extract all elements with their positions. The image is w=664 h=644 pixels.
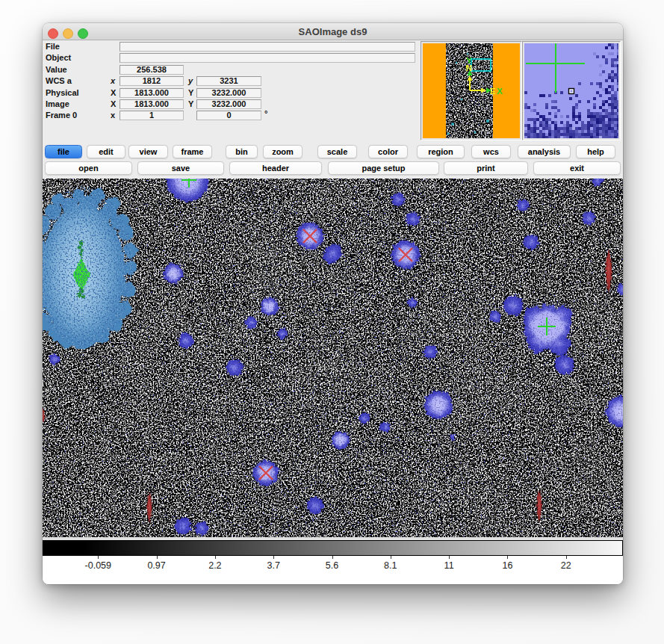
menu-button-save[interactable]: save: [137, 161, 224, 175]
wcs-a-y-label: y: [188, 76, 193, 85]
menu-row-2: opensaveheaderpage setupprintexit: [43, 161, 623, 175]
colorbar-tick-label: 2.2: [208, 560, 221, 571]
colorbar-gradient[interactable]: [43, 540, 623, 556]
ds9-window: SAOImage ds9 FileObjectValue256.538WCS a…: [43, 23, 623, 584]
colorbar-tick: [507, 556, 508, 559]
compass-n-label: N: [466, 64, 472, 72]
image-x-field[interactable]: 1813.000: [120, 99, 184, 109]
menu-button-print[interactable]: print: [444, 161, 528, 175]
window-title: SAOImage ds9: [43, 23, 623, 40]
physical-y-label: Y: [188, 88, 193, 97]
magnifier-view: [524, 43, 618, 138]
colorbar-tick: [391, 556, 391, 559]
colorbar-tick-label: 11: [444, 560, 454, 571]
menu-button-region[interactable]: region: [417, 145, 465, 158]
magnifier-panel[interactable]: [522, 41, 621, 140]
colorbar-area: -0.0590.972.23.75.68.1111622: [43, 537, 623, 584]
panner-view: YNEX: [423, 43, 520, 138]
wcs-a-x-field[interactable]: 1812: [120, 76, 184, 86]
info-label-frame-0: Frame 0: [46, 111, 77, 120]
image-y-field[interactable]: 3232.000: [196, 99, 261, 109]
colorbar-tick-label: 8.1: [384, 560, 397, 571]
info-label-image: Image: [46, 99, 69, 108]
compass-x-label: X: [497, 87, 503, 96]
compass-e-label: E: [490, 87, 496, 96]
colorbar-tick-label: 3.7: [267, 560, 279, 571]
menu-button-exit[interactable]: exit: [533, 161, 621, 175]
colorbar-tick-label: 5.6: [326, 560, 338, 571]
colorbar-tick: [157, 556, 158, 559]
menu-button-color[interactable]: color: [368, 145, 408, 158]
degree-symbol: °: [264, 109, 267, 118]
menu-button-wcs[interactable]: wcs: [471, 145, 511, 158]
menu-button-edit[interactable]: edit: [87, 145, 125, 158]
colorbar-tick-label: 0.97: [147, 560, 165, 571]
menu-button-view[interactable]: view: [128, 145, 168, 158]
frame-0-x-field[interactable]: 1: [120, 111, 184, 120]
frame-0-x-label: x: [111, 111, 115, 120]
file-field[interactable]: [120, 42, 415, 52]
desktop-background: SAOImage ds9 FileObjectValue256.538WCS a…: [0, 0, 664, 644]
info-label-object: Object: [46, 53, 71, 62]
wcs-a-y-field[interactable]: 3231: [196, 76, 261, 86]
menu-button-scale[interactable]: scale: [317, 145, 357, 158]
info-label-physical: Physical: [46, 88, 79, 97]
physical-x-label: X: [111, 88, 116, 97]
menu-button-zoom[interactable]: zoom: [263, 145, 302, 158]
menu-row-1: fileeditviewframebinzoomscalecolorregion…: [43, 145, 623, 158]
menu-button-help[interactable]: help: [576, 145, 615, 158]
object-field[interactable]: [120, 53, 415, 63]
menu-button-open[interactable]: open: [45, 161, 132, 175]
colorbar-tick-label: -0.059: [85, 560, 111, 571]
value-field[interactable]: 256.538: [120, 65, 184, 75]
titlebar: SAOImage ds9: [43, 23, 623, 40]
colorbar-tick: [273, 556, 274, 559]
menu-button-file[interactable]: file: [45, 145, 82, 158]
menu-button-header[interactable]: header: [229, 161, 322, 175]
menu-button-page-setup[interactable]: page setup: [328, 161, 439, 175]
image-y-label: Y: [188, 99, 193, 108]
colorbar-tick: [332, 556, 333, 559]
magnifier-cursor-box: [569, 89, 574, 94]
colorbar-tick: [566, 556, 567, 559]
info-label-value: Value: [46, 65, 67, 74]
frame-0-y-field[interactable]: 0: [196, 111, 261, 120]
physical-y-field[interactable]: 3232.000: [196, 88, 261, 98]
colorbar-tick-label: 16: [502, 560, 512, 571]
colorbar-tick-label: 22: [561, 560, 571, 571]
colorbar-tick: [98, 556, 99, 559]
info-panel: FileObjectValue256.538WCS ax1812y3231Phy…: [43, 40, 623, 143]
image-canvas[interactable]: [43, 179, 623, 537]
colorbar-tick: [449, 556, 450, 559]
menu-button-bin[interactable]: bin: [226, 145, 258, 158]
panner-panel[interactable]: YNEX: [421, 41, 522, 140]
astronomy-image: [43, 179, 623, 537]
physical-x-field[interactable]: 1813.000: [120, 88, 184, 98]
info-label-file: File: [46, 42, 60, 51]
menu-button-analysis[interactable]: analysis: [518, 145, 571, 158]
info-label-wcs-a: WCS a: [46, 76, 72, 85]
image-x-label: X: [111, 99, 116, 108]
menu-button-frame[interactable]: frame: [173, 145, 212, 158]
wcs-a-x-label: x: [111, 76, 115, 85]
colorbar-tick: [215, 556, 216, 559]
